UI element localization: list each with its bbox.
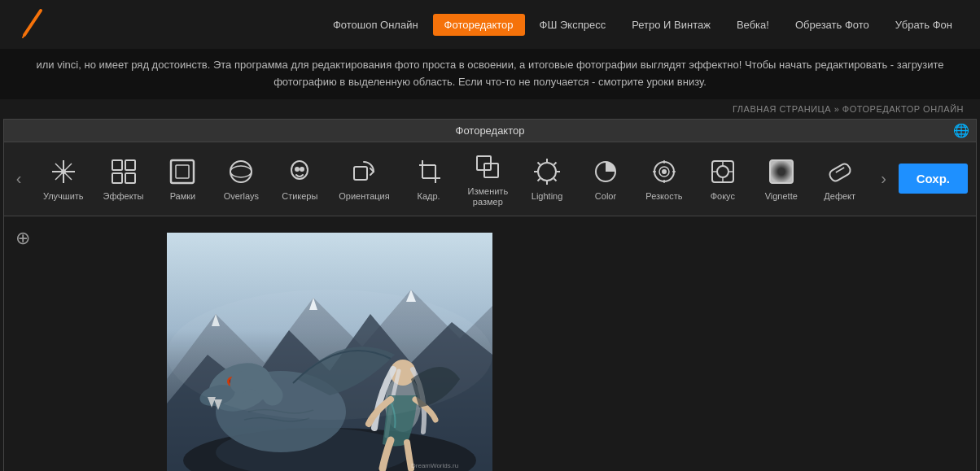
crop-icon bbox=[413, 155, 445, 188]
sharpness-icon bbox=[648, 155, 680, 188]
svg-rect-10 bbox=[125, 173, 135, 183]
nav-retro[interactable]: Ретро И Винтаж bbox=[620, 14, 722, 36]
svg-point-16 bbox=[295, 168, 299, 171]
toolbar: ‹ Улучшить Эффекты Рамки bbox=[4, 142, 976, 216]
image-frame: DreamWorlds.ru vk.com bbox=[167, 233, 492, 471]
svg-text:DreamWorlds.ru: DreamWorlds.ru bbox=[411, 462, 458, 469]
svg-line-0 bbox=[24, 11, 41, 35]
breadcrumb: ГЛАВНАЯ СТРАНИЦА » ФОТОРЕДАКТОР ОНЛАЙН bbox=[0, 99, 980, 119]
logo bbox=[16, 7, 49, 42]
canvas-area: ⊕ bbox=[4, 216, 976, 471]
tool-defect[interactable]: Дефект bbox=[816, 152, 864, 205]
svg-point-37 bbox=[663, 170, 666, 173]
color-icon bbox=[589, 155, 622, 188]
editor-title: Фоторедактор bbox=[456, 124, 525, 137]
tool-resize[interactable]: Изменитьразмер bbox=[463, 147, 514, 211]
tool-resize-label: Изменитьразмер bbox=[468, 186, 509, 207]
tool-orientation-label: Ориентация bbox=[339, 191, 389, 202]
defect-icon bbox=[824, 155, 856, 188]
frames-icon bbox=[166, 155, 199, 188]
svg-rect-11 bbox=[171, 160, 194, 183]
svg-rect-7 bbox=[112, 160, 122, 170]
sparkle-icon bbox=[47, 155, 80, 188]
save-button[interactable]: Сохр. bbox=[899, 164, 968, 194]
svg-point-17 bbox=[300, 168, 304, 171]
editor-title-bar: Фоторедактор 🌐 bbox=[4, 120, 976, 142]
image-content: DreamWorlds.ru vk.com bbox=[167, 233, 492, 471]
tool-focus-label: Фокус bbox=[711, 191, 735, 202]
tool-improve[interactable]: Улучшить bbox=[38, 152, 89, 205]
tool-overlays[interactable]: Overlays bbox=[217, 152, 265, 205]
nav-fotoredaktor[interactable]: Фоторедактор bbox=[433, 14, 525, 36]
breadcrumb-current: ФОТОРЕДАКТОР ОНЛАЙН bbox=[842, 104, 964, 114]
tool-vignette-label: Vignette bbox=[765, 191, 798, 202]
tool-crop-label: Кадр. bbox=[418, 191, 440, 202]
editor-container: Фоторедактор 🌐 ‹ Улучшить Эффекты bbox=[3, 119, 977, 471]
tool-overlays-label: Overlays bbox=[224, 191, 259, 202]
svg-line-31 bbox=[554, 179, 557, 181]
svg-rect-48 bbox=[770, 160, 793, 183]
tool-lighting[interactable]: Lighting bbox=[523, 152, 571, 205]
tool-color-label: Color bbox=[595, 191, 616, 202]
nav-fotoshop[interactable]: Фотошоп Онлайн bbox=[322, 14, 430, 36]
svg-line-33 bbox=[538, 179, 540, 181]
toolbar-arrow-left[interactable]: ‹ bbox=[4, 155, 33, 203]
nav-express[interactable]: ФШ Экспресс bbox=[528, 14, 618, 36]
tool-effects[interactable]: Эффекты bbox=[98, 152, 149, 205]
toolbar-arrow-right[interactable]: › bbox=[869, 155, 899, 203]
tool-effects-label: Эффекты bbox=[103, 191, 144, 202]
breadcrumb-home[interactable]: ГЛАВНАЯ СТРАНИЦА bbox=[733, 104, 831, 114]
tool-sharpness[interactable]: Резкость bbox=[640, 152, 689, 205]
orientation-icon bbox=[348, 155, 380, 188]
svg-point-25 bbox=[538, 163, 556, 181]
tool-frames[interactable]: Рамки bbox=[158, 152, 207, 205]
svg-point-14 bbox=[230, 166, 252, 177]
breadcrumb-separator: » bbox=[834, 104, 842, 114]
svg-point-43 bbox=[717, 166, 728, 177]
description-bar: или vinci, но имеет ряд достоинств. Эта … bbox=[0, 49, 980, 99]
svg-rect-9 bbox=[125, 160, 135, 170]
tool-orientation[interactable]: Ориентация bbox=[334, 152, 394, 205]
tool-focus[interactable]: Фокус bbox=[698, 152, 747, 205]
globe-icon: 🌐 bbox=[953, 123, 969, 138]
nav-crop[interactable]: Обрезать Фото bbox=[784, 14, 881, 36]
svg-line-32 bbox=[554, 163, 557, 165]
tool-sharpness-label: Резкость bbox=[645, 191, 682, 202]
vignette-icon bbox=[765, 155, 798, 188]
focus-icon bbox=[707, 155, 739, 188]
effects-icon bbox=[107, 155, 140, 188]
svg-point-68 bbox=[167, 290, 492, 420]
tool-defect-label: Дефект bbox=[824, 191, 855, 202]
resize-icon bbox=[471, 150, 504, 183]
nav-webcam[interactable]: Вебка! bbox=[725, 14, 781, 36]
tool-stickers[interactable]: Стикеры bbox=[275, 152, 324, 205]
tool-vignette[interactable]: Vignette bbox=[757, 152, 806, 205]
toolbar-items: Улучшить Эффекты Рамки bbox=[33, 147, 869, 211]
svg-rect-12 bbox=[176, 165, 189, 178]
top-nav: Фотошоп Онлайн Фоторедактор ФШ Экспресс … bbox=[0, 0, 980, 49]
tool-crop[interactable]: Кадр. bbox=[405, 152, 453, 205]
nav-remove-bg[interactable]: Убрать Фон bbox=[884, 14, 964, 36]
svg-rect-49 bbox=[828, 163, 852, 183]
tool-stickers-label: Стикеры bbox=[282, 191, 317, 202]
svg-point-6 bbox=[61, 169, 66, 174]
tool-lighting-label: Lighting bbox=[532, 191, 563, 202]
overlays-icon bbox=[225, 155, 257, 188]
lighting-icon bbox=[531, 155, 563, 188]
svg-point-13 bbox=[230, 161, 252, 182]
stickers-icon bbox=[283, 155, 316, 188]
tool-improve-label: Улучшить bbox=[43, 191, 84, 202]
description-text: или vinci, но имеет ряд достоинств. Эта … bbox=[37, 59, 944, 88]
zoom-icon[interactable]: ⊕ bbox=[15, 228, 30, 249]
svg-line-30 bbox=[538, 163, 540, 165]
tool-color[interactable]: Color bbox=[581, 152, 630, 205]
tool-frames-label: Рамки bbox=[170, 191, 196, 202]
svg-rect-8 bbox=[112, 173, 122, 183]
svg-rect-18 bbox=[354, 167, 367, 180]
